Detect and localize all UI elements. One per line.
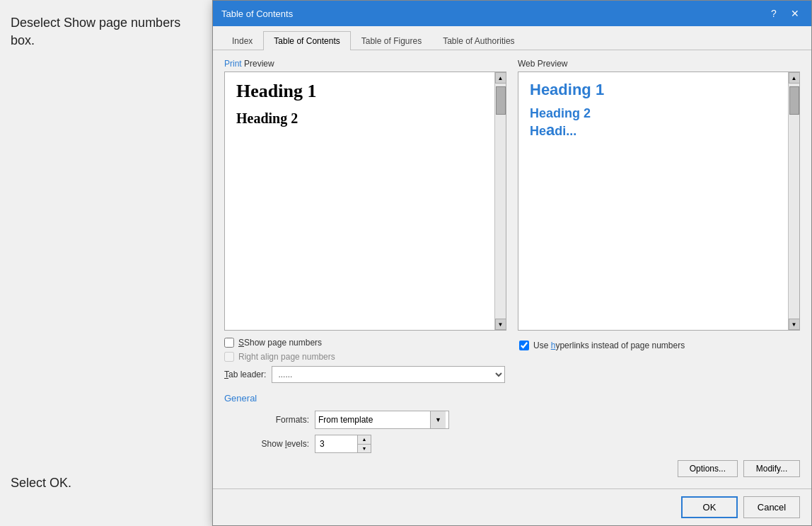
options-modify-row: Options... Modify... [224, 453, 800, 480]
scroll-up-arrow[interactable]: ▲ [495, 72, 506, 84]
print-label-blue: Print [224, 59, 242, 69]
dialog: Table of Contents ? ✕ Index Table of Con… [212, 0, 812, 526]
options-left: SShow page numbers Right align page numb… [224, 338, 505, 383]
web-heading3: Headi... [530, 121, 777, 139]
formats-value: From template [318, 415, 430, 425]
web-scroll-thumb[interactable] [789, 86, 799, 115]
options-row: SShow page numbers Right align page numb… [224, 338, 800, 383]
general-grid: Formats: From template ▼ Show levels: ▲ … [224, 411, 800, 453]
help-button[interactable]: ? [766, 6, 782, 21]
spinner-arrows: ▲ ▼ [357, 435, 371, 453]
show-levels-input[interactable] [315, 435, 357, 453]
tab-leader-select[interactable]: ...... ------ (none) [272, 366, 505, 383]
show-page-numbers-label: SShow page numbers [238, 338, 322, 348]
general-title: General [224, 393, 800, 404]
general-section: General Formats: From template ▼ Show le… [224, 393, 800, 453]
close-button[interactable]: ✕ [787, 6, 803, 21]
print-heading1: Heading 1 [236, 81, 483, 102]
title-bar: Table of Contents ? ✕ [213, 1, 811, 26]
options-right: Use hyperlinks instead of page numbers [519, 338, 800, 355]
preview-row: Print Preview Heading 1 Heading 2 ▲ ▼ [224, 59, 800, 331]
web-heading1: Heading 1 [530, 81, 777, 99]
web-scroll-up[interactable]: ▲ [789, 72, 800, 84]
scroll-down-arrow[interactable]: ▼ [495, 319, 506, 330]
web-scrollbar[interactable]: ▲ ▼ [788, 72, 799, 330]
web-preview-box: Heading 1 Heading 2 Headi... ▲ ▼ [518, 72, 800, 331]
cancel-button[interactable]: Cancel [743, 496, 800, 518]
title-bar-controls: ? ✕ [766, 6, 803, 21]
bottom-bar: OK Cancel [213, 488, 811, 525]
instruction-top: Deselect Show page numbers box. [11, 14, 202, 50]
show-page-numbers-checkbox[interactable] [224, 338, 234, 348]
modify-button[interactable]: Modify... [743, 460, 800, 477]
print-scrollbar[interactable]: ▲ ▼ [494, 72, 506, 330]
web-preview-inner: Heading 1 Heading 2 Headi... [518, 72, 788, 330]
right-align-label: Right align page numbers [238, 352, 335, 362]
formats-dropdown-arrow[interactable]: ▼ [430, 411, 446, 428]
hyperlinks-label: Use hyperlinks instead of page numbers [533, 341, 685, 350]
print-preview-box: Heading 1 Heading 2 ▲ ▼ [224, 72, 506, 331]
tab-leader-label: Tab leader: [224, 370, 266, 379]
web-preview-label: Web Preview [518, 59, 800, 69]
spinner-down-button[interactable]: ▼ [358, 445, 371, 453]
hyperlinks-checkbox[interactable] [519, 341, 529, 350]
scroll-thumb[interactable] [496, 86, 506, 115]
web-scroll-down[interactable]: ▼ [789, 319, 800, 330]
print-heading2: Heading 2 [236, 110, 483, 127]
print-preview-label: Print Preview [224, 59, 506, 69]
show-levels-spinner: ▲ ▼ [315, 435, 456, 453]
formats-select[interactable]: From template ▼ [315, 411, 449, 429]
formats-label: Formats: [224, 415, 309, 425]
print-preview-panel: Print Preview Heading 1 Heading 2 ▲ ▼ [224, 59, 506, 331]
web-preview-panel: Web Preview Heading 1 Heading 2 Headi...… [518, 59, 800, 331]
ok-button[interactable]: OK [681, 496, 738, 518]
tab-toa[interactable]: Table of Authorities [432, 31, 525, 50]
spinner-up-button[interactable]: ▲ [358, 435, 371, 445]
tab-bar: Index Table of Contents Table of Figures… [213, 26, 811, 50]
web-heading2: Heading 2 [530, 106, 777, 121]
tab-tof[interactable]: Table of Figures [351, 31, 432, 50]
right-align-checkbox[interactable] [224, 352, 234, 362]
dialog-content: Print Preview Heading 1 Heading 2 ▲ ▼ [213, 50, 811, 488]
dialog-title: Table of Contents [221, 8, 293, 19]
tab-toc[interactable]: Table of Contents [263, 31, 350, 50]
right-align-row: Right align page numbers [224, 352, 505, 362]
hyperlinks-row: Use hyperlinks instead of page numbers [519, 341, 800, 350]
options-button[interactable]: Options... [678, 460, 738, 477]
print-preview-inner: Heading 1 Heading 2 [225, 72, 494, 330]
tab-index[interactable]: Index [221, 31, 263, 50]
show-page-numbers-row: SShow page numbers [224, 338, 505, 348]
tab-leader-row: Tab leader: ...... ------ (none) [224, 366, 505, 383]
instruction-bottom: Select OK. [11, 476, 202, 491]
show-levels-label: Show levels: [224, 439, 309, 449]
